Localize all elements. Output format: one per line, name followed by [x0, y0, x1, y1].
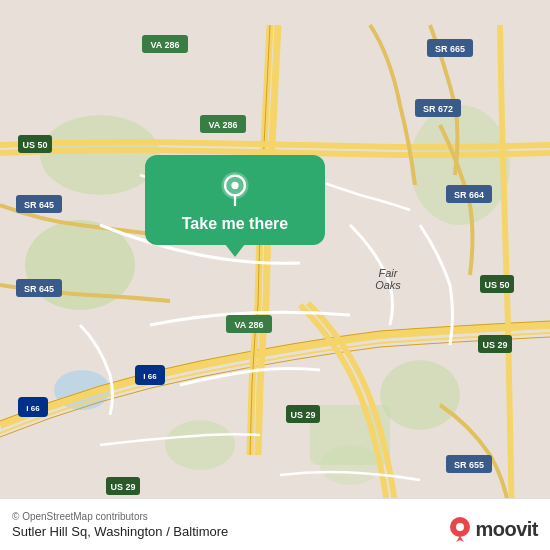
- svg-text:SR 645: SR 645: [24, 200, 54, 210]
- svg-text:US 29: US 29: [290, 410, 315, 420]
- svg-text:SR 655: SR 655: [454, 460, 484, 470]
- svg-point-47: [456, 523, 464, 531]
- svg-text:US 29: US 29: [482, 340, 507, 350]
- svg-point-2: [40, 115, 160, 195]
- moovit-logo: moovit: [449, 516, 538, 542]
- location-tooltip[interactable]: Take me there: [145, 155, 325, 245]
- tooltip-bubble[interactable]: Take me there: [145, 155, 325, 245]
- svg-text:VA 286: VA 286: [208, 120, 237, 130]
- svg-text:SR 665: SR 665: [435, 44, 465, 54]
- svg-text:VA 286: VA 286: [150, 40, 179, 50]
- map-container: VA 286 SR 665 US 50 VA 286 SR 672 SR 645…: [0, 0, 550, 550]
- map-background: VA 286 SR 665 US 50 VA 286 SR 672 SR 645…: [0, 0, 550, 550]
- svg-text:SR 645: SR 645: [24, 284, 54, 294]
- svg-text:US 29: US 29: [110, 482, 135, 492]
- location-title: Sutler Hill Sq, Washington / Baltimore: [12, 524, 228, 539]
- svg-text:US 50: US 50: [484, 280, 509, 290]
- moovit-pin-icon: [449, 516, 471, 542]
- svg-text:I 66: I 66: [143, 372, 157, 381]
- svg-point-45: [231, 182, 238, 189]
- svg-point-3: [410, 105, 510, 225]
- svg-point-7: [320, 445, 380, 485]
- bottom-bar: © OpenStreetMap contributors Sutler Hill…: [0, 498, 550, 550]
- attribution-text: © OpenStreetMap contributors: [12, 511, 228, 522]
- location-pin-icon: [217, 171, 253, 207]
- svg-point-6: [165, 420, 235, 470]
- svg-text:SR 672: SR 672: [423, 104, 453, 114]
- svg-text:Oaks: Oaks: [375, 279, 401, 291]
- svg-text:US 50: US 50: [22, 140, 47, 150]
- svg-text:I 66: I 66: [26, 404, 40, 413]
- moovit-brand-text: moovit: [475, 518, 538, 541]
- svg-text:Fair: Fair: [379, 267, 399, 279]
- svg-text:VA 286: VA 286: [234, 320, 263, 330]
- svg-point-4: [380, 360, 460, 430]
- svg-text:SR 664: SR 664: [454, 190, 484, 200]
- take-me-there-button[interactable]: Take me there: [182, 215, 288, 233]
